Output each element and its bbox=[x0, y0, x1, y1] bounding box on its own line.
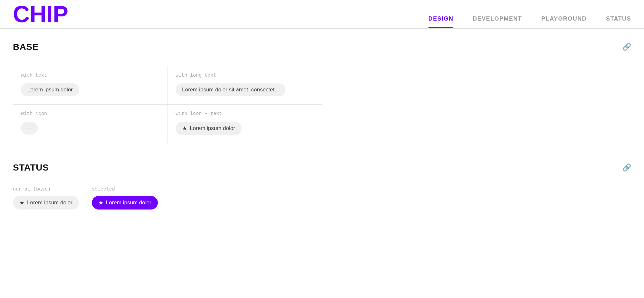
nav-item-design[interactable]: DESIGN bbox=[428, 15, 454, 28]
star-icon-normal: ★ bbox=[19, 199, 24, 206]
logo: CHIP bbox=[13, 3, 68, 26]
base-section-title: BASE bbox=[13, 42, 39, 52]
nav-item-development[interactable]: DEVELOPMENT bbox=[473, 15, 522, 28]
nav-item-playground[interactable]: PLAYGROUND bbox=[541, 15, 587, 28]
demo-label-with-long-text: with long text bbox=[176, 73, 314, 78]
chip-with-text[interactable]: Lorem ipsum dolor bbox=[21, 83, 79, 96]
main-content: BASE 🔗 with text Lorem ipsum dolor with … bbox=[0, 29, 644, 242]
status-label-normal: normal (base) bbox=[13, 187, 79, 192]
chip-with-long-text[interactable]: Lorem ipsum dolor sit amet, consectet... bbox=[176, 83, 285, 96]
status-section-header: STATUS 🔗 bbox=[13, 163, 631, 177]
chip-icon-text: Lorem ipsum dolor bbox=[190, 125, 235, 132]
chip-long-text: Lorem ipsum dolor sit amet, consectet... bbox=[182, 87, 279, 93]
status-link-icon[interactable]: 🔗 bbox=[622, 163, 631, 172]
chip-text: Lorem ipsum dolor bbox=[27, 87, 73, 93]
demo-cell-with-long-text: with long text Lorem ipsum dolor sit ame… bbox=[168, 66, 322, 104]
chip-normal-text: Lorem ipsum dolor bbox=[27, 200, 72, 206]
status-section: STATUS 🔗 normal (base) ★ Lorem ipsum dol… bbox=[13, 163, 631, 210]
nav: DESIGN DEVELOPMENT PLAYGROUND STATUS bbox=[428, 15, 631, 28]
chip-icon-only[interactable]: ··· bbox=[21, 122, 38, 135]
status-demo-selected: selected ★ Lorem ipsum dolor bbox=[92, 187, 158, 210]
base-link-icon[interactable]: 🔗 bbox=[622, 43, 631, 51]
chip-with-icon-text[interactable]: ★ Lorem ipsum dolor bbox=[176, 122, 242, 135]
status-label-selected: selected bbox=[92, 187, 158, 192]
status-section-title: STATUS bbox=[13, 163, 49, 173]
base-section-header: BASE 🔗 bbox=[13, 42, 631, 56]
chip-selected-text: Lorem ipsum dolor bbox=[106, 200, 151, 206]
star-icon: ★ bbox=[182, 125, 187, 132]
demo-cell-with-text: with text Lorem ipsum dolor bbox=[13, 66, 168, 104]
demo-label-with-text: with text bbox=[21, 73, 160, 78]
demo-cell-with-icon: with icon ··· bbox=[13, 104, 168, 143]
nav-item-status[interactable]: STATUS bbox=[606, 15, 631, 28]
chip-normal[interactable]: ★ Lorem ipsum dolor bbox=[13, 196, 79, 210]
status-demo-normal: normal (base) ★ Lorem ipsum dolor bbox=[13, 187, 79, 210]
header: CHIP DESIGN DEVELOPMENT PLAYGROUND STATU… bbox=[0, 0, 644, 29]
star-icon-selected: ★ bbox=[98, 199, 103, 206]
base-demo-grid: with text Lorem ipsum dolor with long te… bbox=[13, 66, 322, 143]
demo-cell-with-icon-text: with icon + text ★ Lorem ipsum dolor bbox=[168, 104, 322, 143]
chip-selected[interactable]: ★ Lorem ipsum dolor bbox=[92, 196, 158, 210]
base-section: BASE 🔗 with text Lorem ipsum dolor with … bbox=[13, 42, 631, 143]
demo-label-with-icon-text: with icon + text bbox=[176, 111, 314, 116]
demo-label-with-icon: with icon bbox=[21, 111, 160, 116]
status-demo-area: normal (base) ★ Lorem ipsum dolor select… bbox=[13, 187, 631, 210]
dots-icon: ··· bbox=[27, 125, 31, 131]
